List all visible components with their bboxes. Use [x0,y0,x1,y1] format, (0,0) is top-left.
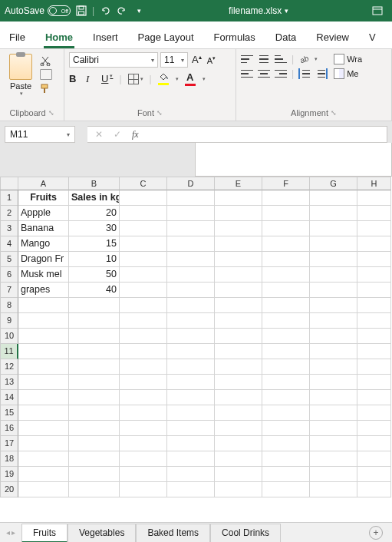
cell-D18[interactable] [167,451,215,467]
cell-B8[interactable] [69,298,120,313]
name-box[interactable]: M11 ▾ [5,126,75,143]
sheet-tab-baked-items[interactable]: Baked Items [136,524,210,542]
cell-A2[interactable]: Appple [18,206,69,221]
cell-C10[interactable] [120,329,167,344]
cell-A18[interactable] [18,451,69,467]
cell-D9[interactable] [167,313,215,329]
cell-E11[interactable] [215,344,262,359]
cell-D11[interactable] [167,344,215,359]
cell-G3[interactable] [310,221,357,236]
row-header-1[interactable]: 1 [0,190,18,206]
cell-A3[interactable]: Banana [18,221,69,236]
cell-C16[interactable] [120,421,167,436]
cell-D13[interactable] [167,375,215,390]
cell-A8[interactable] [18,298,69,313]
tab-file[interactable]: File [8,25,27,48]
cell-H15[interactable] [357,405,391,421]
cell-H19[interactable] [357,467,391,482]
tab-data[interactable]: Data [274,25,298,48]
cell-A13[interactable] [18,375,69,390]
cell-E17[interactable] [215,436,262,451]
row-header-12[interactable]: 12 [0,359,18,375]
add-sheet-button[interactable]: + [369,526,383,540]
cell-D19[interactable] [167,467,215,482]
clipboard-dialog-launcher-icon[interactable]: ⤡ [48,109,54,117]
cell-H13[interactable] [357,375,391,390]
cell-F9[interactable] [262,313,310,329]
cell-A10[interactable] [18,329,69,344]
cell-E16[interactable] [215,421,262,436]
cell-H11[interactable] [357,344,391,359]
cell-F8[interactable] [262,298,310,313]
cell-E1[interactable] [215,190,262,206]
cell-F13[interactable] [262,375,310,390]
cell-D2[interactable] [167,206,215,221]
row-header-6[interactable]: 6 [0,267,18,283]
sheet-tab-fruits[interactable]: Fruits [21,524,68,542]
copy-icon[interactable] [40,69,52,80]
row-header-20[interactable]: 20 [0,482,18,497]
bold-button[interactable]: B [69,73,80,84]
cell-H18[interactable] [357,451,391,467]
cell-H6[interactable] [357,267,391,283]
cell-A9[interactable] [18,313,69,329]
column-header-F[interactable]: F [262,177,310,190]
cell-G10[interactable] [310,329,357,344]
tab-page-layout[interactable]: Page Layout [137,25,196,48]
borders-button[interactable]: ▾ [128,74,143,84]
cell-F7[interactable] [262,283,310,298]
cell-E12[interactable] [215,359,262,375]
shrink-font-button[interactable]: A▾ [206,55,217,65]
enter-formula-icon[interactable]: ✓ [114,129,121,140]
cell-D5[interactable] [167,252,215,267]
formula-expand-area[interactable] [195,143,392,177]
cell-G13[interactable] [310,375,357,390]
cell-E20[interactable] [215,482,262,497]
cell-D8[interactable] [167,298,215,313]
font-name-select[interactable]: Calibri ▾ [69,52,158,68]
row-header-5[interactable]: 5 [0,252,18,267]
cell-A7[interactable]: grapes [18,283,69,298]
cell-F19[interactable] [262,467,310,482]
cell-G5[interactable] [310,252,357,267]
cell-E2[interactable] [215,206,262,221]
align-center-button[interactable] [258,68,270,79]
cell-C11[interactable] [120,344,167,359]
align-bottom-button[interactable] [275,54,287,64]
fill-dropdown-icon[interactable]: ▾ [176,76,179,82]
cell-B16[interactable] [69,421,120,436]
cell-B1[interactable]: Sales in kg [69,190,120,206]
cell-E8[interactable] [215,298,262,313]
cell-H3[interactable] [357,221,391,236]
cell-C8[interactable] [120,298,167,313]
fill-color-button[interactable] [158,73,169,85]
cell-F3[interactable] [262,221,310,236]
cell-A4[interactable]: Mango [18,236,69,252]
undo-icon[interactable] [99,5,111,17]
align-left-button[interactable] [241,68,253,79]
cell-H16[interactable] [357,421,391,436]
cell-D17[interactable] [167,436,215,451]
row-header-3[interactable]: 3 [0,221,18,236]
tab-review[interactable]: Review [315,25,351,48]
cell-H17[interactable] [357,436,391,451]
row-header-14[interactable]: 14 [0,390,18,405]
cell-C3[interactable] [120,221,167,236]
format-painter-icon[interactable] [40,83,55,94]
cell-E19[interactable] [215,467,262,482]
cell-H14[interactable] [357,390,391,405]
cell-H1[interactable] [357,190,391,206]
italic-button[interactable]: I [86,73,95,85]
cell-F5[interactable] [262,252,310,267]
cell-H9[interactable] [357,313,391,329]
cell-C6[interactable] [120,267,167,283]
row-header-11[interactable]: 11 [0,344,18,359]
merge-center-button[interactable]: Me [334,68,362,79]
sheet-tab-vegetables[interactable]: Vegetables [68,524,136,542]
font-color-button[interactable]: A [185,71,196,86]
cell-C13[interactable] [120,375,167,390]
cell-D1[interactable] [167,190,215,206]
cell-C20[interactable] [120,482,167,497]
cell-B13[interactable] [69,375,120,390]
cell-C18[interactable] [120,451,167,467]
